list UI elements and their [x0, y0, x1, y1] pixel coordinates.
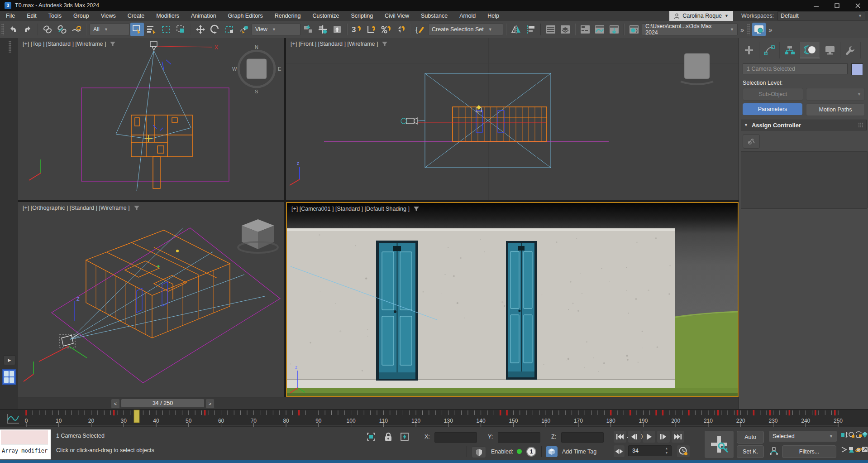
field-of-view-icon[interactable] [841, 446, 848, 453]
viewport-ortho-canvas[interactable]: Z [18, 202, 284, 397]
select-and-rotate-button[interactable] [208, 23, 222, 36]
isolate-selection-button[interactable] [366, 431, 377, 442]
compass-e[interactable]: E [278, 66, 281, 72]
select-and-manipulate-button[interactable] [316, 23, 329, 36]
strip-grip[interactable] [9, 41, 11, 53]
controller-list-area[interactable] [741, 151, 868, 208]
track-bar-ruler[interactable]: 0102030405060708090100110120130140150160… [0, 410, 868, 428]
rollout-grip-icon[interactable] [858, 122, 863, 128]
viewport-orthographic[interactable]: [+] [Orthographic ] [Standard ] [Wirefra… [18, 202, 284, 397]
project-folder-dropdown[interactable]: C:\Users\carol...s\3ds Max 2024 ▼ [642, 24, 738, 35]
add-time-tag-text[interactable]: Add Time Tag [562, 449, 596, 455]
sub-object-level-dropdown[interactable]: ▼ [806, 88, 865, 101]
select-and-scale-button[interactable] [223, 23, 236, 36]
truck-camera-icon[interactable] [848, 446, 855, 453]
render-setup-button[interactable] [752, 23, 766, 36]
viewport-ortho-label-text[interactable]: [+] [Orthographic ] [Standard ] [Wirefra… [23, 205, 130, 211]
angle-snap-button[interactable] [365, 23, 378, 36]
parameters-button[interactable]: Parameters [743, 103, 802, 115]
menu-customize[interactable]: Customize [306, 11, 345, 21]
toolbar-overflow-chevron-2[interactable]: » [767, 26, 773, 34]
select-by-name-button[interactable] [145, 23, 158, 36]
menu-scripting[interactable]: Scripting [345, 11, 379, 21]
viewport-camera[interactable]: z [+] [Camera001 ] [Standard ] [Default … [286, 202, 739, 397]
assign-controller-button[interactable] [743, 134, 760, 149]
set-keys-button[interactable] [704, 430, 734, 458]
toolbar-grip[interactable] [747, 24, 750, 35]
filter-funnel-icon[interactable] [382, 41, 388, 47]
menu-civil-view[interactable]: Civil View [379, 11, 415, 21]
create-selection-set-field[interactable]: Create Selection Set ▼ [428, 24, 503, 35]
menu-substance[interactable]: Substance [415, 11, 453, 21]
menu-graph-editors[interactable]: Graph Editors [222, 11, 269, 21]
mirror-button[interactable] [510, 23, 523, 36]
sub-object-button[interactable]: Sub-Object [743, 88, 803, 101]
compass-s[interactable]: S [255, 89, 258, 94]
viewport-top[interactable]: [+] [Top ] [Standard ] [Wireframe ] [18, 38, 284, 200]
absolute-offset-toggle[interactable] [399, 431, 410, 442]
menu-group[interactable]: Group [67, 11, 95, 21]
adaptive-degradation-button[interactable] [472, 446, 486, 458]
select-and-place-button[interactable] [237, 23, 251, 36]
x-coord-field[interactable] [434, 432, 477, 443]
menu-arnold[interactable]: Arnold [453, 11, 482, 21]
curve-editor-button[interactable] [593, 23, 606, 36]
viewport-front-label[interactable]: [+] [Front ] [Standard ] [Wireframe ] [291, 41, 388, 47]
viewport-front[interactable]: [+] [Front ] [Standard ] [Wireframe ] [286, 38, 739, 200]
track-bar[interactable]: 0102030405060708090100110120130140150160… [0, 409, 868, 428]
toolbar-grip[interactable] [1, 24, 4, 35]
viewport-ortho-label[interactable]: [+] [Orthographic ] [Standard ] [Wirefra… [23, 205, 140, 211]
unlink-selection-button[interactable] [55, 23, 69, 36]
compass-n[interactable]: N [255, 44, 258, 50]
default-in-out-tangents-button[interactable] [768, 445, 779, 457]
minimize-button[interactable] [806, 0, 826, 11]
tab-motion[interactable] [800, 42, 820, 58]
maximize-viewport-toggle-icon[interactable] [862, 446, 868, 453]
walk-through-icon[interactable] [855, 446, 862, 453]
edit-named-selection-sets-button[interactable]: { [414, 23, 427, 36]
workspace-dropdown[interactable]: Default ▼ [777, 11, 865, 20]
frame-spinner-down[interactable]: ▼ [664, 451, 669, 454]
tab-display[interactable] [820, 42, 840, 58]
viewcube-top[interactable]: N W S E [232, 44, 281, 94]
window-crossing-button[interactable] [174, 23, 187, 36]
next-frame-button[interactable]: > [205, 399, 215, 409]
go-to-start-button[interactable] [614, 431, 626, 443]
use-pivot-point-button[interactable] [301, 23, 315, 36]
motion-paths-button[interactable]: Motion Paths [806, 103, 865, 116]
time-configuration-button[interactable] [677, 445, 690, 457]
menu-animation[interactable]: Animation [185, 11, 222, 21]
menu-modifiers[interactable]: Modifiers [150, 11, 185, 21]
reference-coordinate-dropdown[interactable]: View ▼ [252, 24, 300, 35]
auto-key-button[interactable]: Auto [737, 431, 764, 444]
maxscript-mini-listener[interactable]: Array modifier [0, 429, 51, 459]
toolbar-overflow-chevron[interactable]: » [739, 26, 745, 34]
bind-to-space-warp-button[interactable] [70, 23, 83, 36]
viewport-camera-label-text[interactable]: [+] [Camera001 ] [Standard ] [Default Sh… [291, 206, 410, 212]
viewcube-front[interactable] [681, 53, 713, 84]
time-slider-value[interactable]: 34 / 250 [121, 399, 205, 408]
y-coord-field[interactable] [498, 432, 540, 443]
menu-create[interactable]: Create [122, 11, 151, 21]
object-color-swatch[interactable] [851, 63, 863, 75]
zoom-icon[interactable] [841, 431, 848, 438]
close-button[interactable] [847, 0, 868, 11]
material-editor-button[interactable] [627, 23, 641, 36]
align-button[interactable] [524, 23, 538, 36]
viewcube-ortho[interactable] [238, 219, 278, 253]
viewport-layout-tab[interactable] [2, 369, 16, 385]
toggle-ribbon-button[interactable] [578, 23, 592, 36]
toggle-scene-explorer-button[interactable] [544, 23, 558, 36]
z-coord-field[interactable] [561, 432, 604, 443]
next-key-button[interactable] [657, 431, 670, 443]
rollout-collapse-icon[interactable]: ▼ [744, 123, 748, 127]
play-button[interactable] [643, 431, 655, 443]
select-and-link-button[interactable] [41, 23, 54, 36]
snaps-toggle-button[interactable]: 3 [350, 23, 364, 36]
go-to-end-button[interactable] [672, 431, 684, 443]
tab-hierarchy[interactable] [780, 42, 800, 58]
selection-lock-button[interactable] [383, 431, 394, 442]
listener-pane[interactable]: Array modifier [1, 444, 49, 457]
menu-rendering[interactable]: Rendering [269, 11, 307, 21]
viewport-camera-label[interactable]: [+] [Camera001 ] [Standard ] [Default Sh… [291, 206, 420, 212]
